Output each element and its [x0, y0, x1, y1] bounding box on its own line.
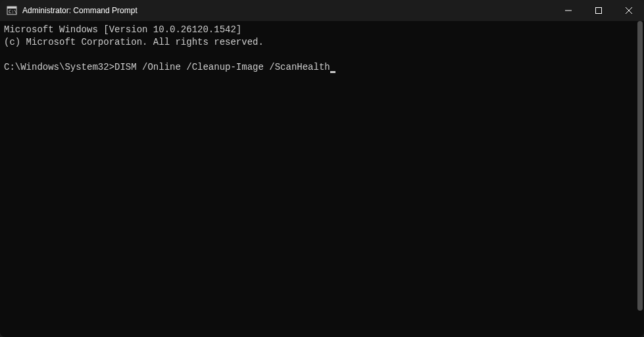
window-controls — [553, 0, 644, 21]
command-input: DISM /Online /Cleanup-Image /ScanHealth — [114, 62, 330, 72]
copyright-line: (c) Microsoft Corporation. All rights re… — [4, 37, 264, 47]
prompt-path: C:\Windows\System32> — [4, 62, 114, 72]
window-title: Administrator: Command Prompt — [22, 6, 553, 15]
cursor-icon — [330, 71, 335, 73]
scrollbar-thumb[interactable] — [637, 21, 643, 311]
terminal-output[interactable]: Microsoft Windows [Version 10.0.26120.15… — [0, 21, 644, 337]
minimize-button[interactable] — [553, 0, 583, 21]
svg-rect-1 — [7, 7, 16, 9]
close-button[interactable] — [614, 0, 644, 21]
version-line: Microsoft Windows [Version 10.0.26120.15… — [4, 24, 241, 35]
maximize-button[interactable] — [583, 0, 614, 21]
cmd-icon: C:\ — [7, 5, 17, 16]
svg-rect-4 — [596, 8, 602, 14]
svg-text:C:\: C:\ — [9, 9, 17, 14]
window-titlebar[interactable]: C:\ Administrator: Command Prompt — [0, 0, 644, 21]
vertical-scrollbar[interactable] — [635, 21, 644, 337]
